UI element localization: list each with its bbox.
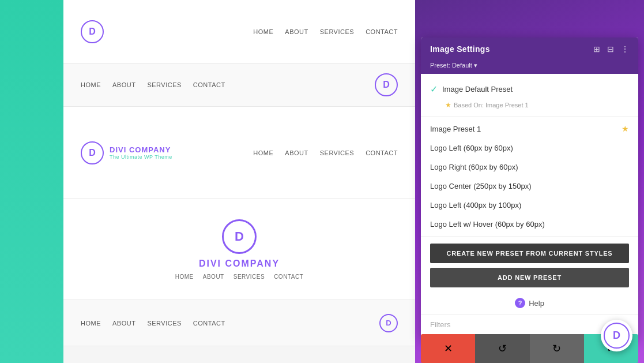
preset-item-name-1: Image Preset 1	[430, 125, 481, 133]
preset-item-1[interactable]: Image Preset 1 ★	[421, 119, 638, 139]
nav-services-3: SERVICES	[320, 149, 354, 156]
preset-item-6[interactable]: Logo Left w/ Hover (60px by 60px)	[421, 215, 638, 234]
nav-services-2: SERVICES	[147, 81, 181, 88]
website-preview: D HOME ABOUT SERVICES CONTACT HOME ABOUT…	[0, 0, 415, 363]
nav-home-3: HOME	[253, 149, 273, 156]
preset-item-name-5: Logo Left (400px by 100px)	[430, 201, 521, 209]
more-icon[interactable]: ⋮	[621, 44, 629, 54]
divi-floating-button[interactable]: D	[601, 320, 632, 351]
nav-about-1: ABOUT	[285, 28, 308, 35]
preset-item-name-6: Logo Left w/ Hover (60px by 60px)	[430, 220, 545, 229]
preset-item-4[interactable]: Logo Center (250px by 150px)	[421, 177, 638, 196]
help-text: Help	[529, 299, 544, 308]
right-panel: Image Settings ⊞ ⊟ ⋮ Preset: Default ▾ ✓…	[415, 0, 644, 363]
preview-section-4: D DIVI COMPANY HOME ABOUT SERVICES CONTA…	[63, 199, 415, 300]
divi-logo-large: D	[222, 219, 257, 254]
settings-panel: Image Settings ⊞ ⊟ ⋮ Preset: Default ▾ ✓…	[421, 38, 638, 339]
help-row[interactable]: ? Help	[421, 292, 638, 314]
divi-logo-1: D	[81, 20, 104, 43]
preset-label[interactable]: Preset: Default ▾	[421, 59, 638, 74]
nav-home-4: HOME	[175, 274, 194, 280]
preset-item-name-default: Image Default Preset	[442, 85, 513, 93]
undo-icon: ↺	[498, 342, 507, 355]
company-text: DIVI COMPANY The Ultimate WP Theme	[110, 145, 172, 160]
nav-links-4: HOME ABOUT SERVICES CONTACT	[175, 274, 303, 280]
based-on: ★ Based On: Image Preset 1	[421, 100, 638, 114]
based-on-star: ★	[445, 101, 451, 109]
create-preset-button[interactable]: CREATE NEW PRESET FROM CURRENT STYLES	[430, 244, 629, 263]
filters-label: Filters	[430, 320, 450, 329]
nav-contact-2: CONTACT	[193, 81, 225, 88]
based-on-text: Based On: Image Preset 1	[454, 102, 529, 108]
cancel-button[interactable]: ✕	[421, 334, 475, 363]
preview-section-2: HOME ABOUT SERVICES CONTACT D	[63, 63, 415, 107]
panel-title: Image Settings	[430, 44, 490, 54]
nav-contact-3: CONTACT	[366, 149, 398, 156]
nav-home-1: HOME	[253, 28, 273, 35]
nav-home-2: HOME	[81, 81, 101, 88]
check-icon: ✓	[430, 84, 438, 95]
redo-button[interactable]: ↻	[530, 334, 584, 363]
divider-1	[421, 116, 638, 117]
add-preset-button[interactable]: ADD NEW PRESET	[430, 268, 629, 287]
nav-contact-5: CONTACT	[193, 320, 225, 327]
preset-item-name-4: Logo Center (250px by 150px)	[430, 182, 532, 190]
divi-floating-inner: D	[604, 323, 630, 349]
preset-list: ✓ Image Default Preset ★ Based On: Image…	[421, 74, 638, 339]
nav-links-2: HOME ABOUT SERVICES CONTACT	[81, 81, 225, 88]
company-tagline: The Ultimate WP Theme	[110, 154, 172, 160]
nav-links-1: HOME ABOUT SERVICES CONTACT	[253, 28, 398, 35]
nav-about-2: ABOUT	[112, 81, 135, 88]
company-name-large: DIVI COMPANY	[199, 259, 280, 269]
redo-icon: ↻	[552, 342, 561, 355]
star-icon-1[interactable]: ★	[622, 124, 629, 133]
preset-item-3[interactable]: Logo Right (60px by 60px)	[421, 158, 638, 177]
nav-links-5: HOME ABOUT SERVICES CONTACT	[81, 320, 225, 327]
nav-about-5: ABOUT	[112, 320, 135, 327]
nav-contact-1: CONTACT	[366, 28, 398, 35]
nav-services-4: SERVICES	[234, 274, 265, 280]
divider-2	[421, 236, 638, 237]
preset-item-name-3: Logo Right (60px by 60px)	[430, 163, 518, 171]
undo-button[interactable]: ↺	[475, 334, 529, 363]
preview-inner: D HOME ABOUT SERVICES CONTACT HOME ABOUT…	[63, 0, 415, 363]
nav-about-3: ABOUT	[285, 149, 308, 156]
divi-logo-2: D	[375, 73, 398, 96]
preset-item-name-2: Logo Left (60px by 60px)	[430, 144, 513, 152]
preset-label-text: Preset: Default	[430, 62, 472, 69]
cancel-icon: ✕	[444, 342, 453, 355]
nav-home-5: HOME	[81, 320, 101, 327]
preview-section-5: HOME ABOUT SERVICES CONTACT D	[63, 300, 415, 346]
nav-links-3: HOME ABOUT SERVICES CONTACT	[253, 149, 398, 156]
nav-services-5: SERVICES	[147, 320, 181, 327]
section-4-logo: D DIVI COMPANY HOME ABOUT SERVICES CONTA…	[175, 219, 303, 280]
collapse-icon[interactable]: ⊟	[607, 44, 614, 54]
company-name: DIVI COMPANY	[110, 145, 172, 154]
company-info: D DIVI COMPANY The Ultimate WP Theme	[81, 141, 172, 164]
nav-contact-4: CONTACT	[274, 274, 303, 280]
left-sidebar	[0, 0, 63, 363]
divi-logo-small: D	[379, 314, 398, 332]
expand-icon[interactable]: ⊞	[593, 44, 600, 54]
preview-section-1: D HOME ABOUT SERVICES CONTACT	[63, 0, 415, 63]
panel-header: Image Settings ⊞ ⊟ ⋮	[421, 38, 638, 59]
preset-dropdown-indicator: ▾	[474, 62, 477, 69]
preset-item-5[interactable]: Logo Left (400px by 100px)	[421, 196, 638, 215]
nav-about-4: ABOUT	[203, 274, 224, 280]
help-icon: ?	[515, 298, 525, 308]
nav-services-1: SERVICES	[320, 28, 354, 35]
panel-header-icons: ⊞ ⊟ ⋮	[593, 44, 629, 54]
divi-logo-3: D	[81, 141, 104, 164]
preset-item-2[interactable]: Logo Left (60px by 60px)	[421, 139, 638, 158]
preview-section-3: D DIVI COMPANY The Ultimate WP Theme HOM…	[63, 107, 415, 199]
preset-item-active[interactable]: ✓ Image Default Preset	[421, 78, 638, 100]
